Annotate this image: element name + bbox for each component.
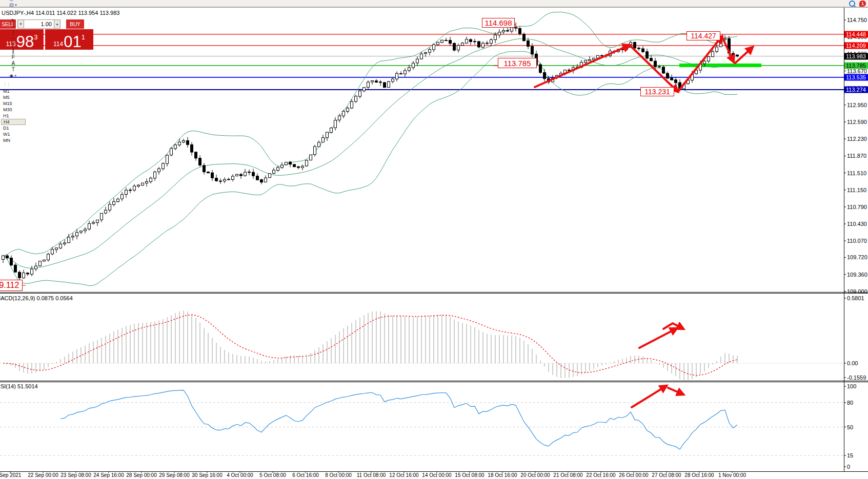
chart-window[interactable]: USDJPY-,H4 114.011 114.022 113.954 113.9…: [0, 0, 868, 479]
chart-canvas[interactable]: [0, 0, 868, 479]
candle-body: [6, 256, 9, 258]
price-tick-label: 110.790: [847, 204, 867, 210]
buy-price-display[interactable]: 114 01 1: [45, 29, 93, 50]
time-tick-label: 15 Oct 08:00: [455, 472, 484, 478]
timeframe-w1[interactable]: W1: [1, 131, 26, 137]
rsi-scale-label: 15: [847, 452, 853, 459]
candle-body: [703, 61, 706, 64]
candle-body: [638, 48, 640, 49]
candle-body: [408, 68, 411, 71]
fibonacci-button[interactable]: F: [1, 54, 26, 60]
search-button[interactable]: [848, 1, 856, 7]
candle-body: [650, 58, 653, 61]
templates-icon: ▧: [9, 3, 14, 8]
notification-badge[interactable]: 1: [859, 1, 866, 7]
crosshair-button[interactable]: +: [1, 24, 26, 30]
time-tick-label: 12 Oct 16:00: [389, 472, 418, 478]
main-toolbar: ⋮⋮⊞新订单◆▦◉▶自动交易⋮⋮║◫╱⋮⋮⊕⊖▣⋮⋮⇥⇤⋮⋮+▼◷▼▧▼⋮⋮↖+…: [0, 0, 868, 7]
candle-body: [416, 59, 419, 63]
swing-low-label[interactable]: 113.231: [640, 87, 674, 96]
time-tick-label: 26 Oct 00:00: [619, 472, 648, 478]
bollinger-band-line: [3, 51, 737, 286]
candle-body: [420, 54, 423, 59]
macd-scale-label: -0.1559: [847, 374, 866, 381]
candle-body: [2, 256, 5, 259]
candle-body: [178, 142, 181, 145]
timeframe-m30[interactable]: M30: [1, 107, 26, 113]
sell-price-sup: 3: [34, 34, 37, 40]
candle-body: [80, 231, 83, 233]
candle-body: [224, 179, 226, 181]
price-badge: 113.785: [844, 62, 868, 69]
candle-body: [625, 48, 628, 49]
candle-body: [347, 108, 349, 112]
rsi-indicator-label: RSI(14) 51.5014: [0, 383, 38, 389]
rsi-line: [60, 390, 737, 449]
shapes-button[interactable]: ◈▼: [1, 73, 26, 79]
templates-button[interactable]: ▧▼: [1, 2, 26, 8]
candle-body: [297, 166, 300, 168]
price-tick-label: 112.590: [847, 119, 867, 125]
candle-body: [433, 45, 435, 50]
time-tick-label: 22 Sep 00:00: [28, 472, 58, 478]
label-button[interactable]: T: [1, 67, 26, 73]
candle-body: [88, 224, 91, 230]
candle-body: [342, 111, 345, 116]
candle-body: [211, 173, 214, 178]
candle-body: [109, 204, 111, 210]
candle-body: [256, 176, 259, 180]
peak-label[interactable]: 114.427: [687, 31, 720, 40]
candle-body: [170, 149, 173, 155]
timeframe-mn[interactable]: MN: [1, 137, 26, 143]
periods-icon: ◷: [9, 0, 14, 2]
price-badge: 113.274: [844, 86, 868, 93]
time-tick-label: 23 Sep 08:00: [60, 472, 91, 478]
trendline-button[interactable]: ╱: [1, 42, 26, 48]
time-tick-label: 5 Oct 08:00: [259, 472, 286, 478]
shapes-button-dropdown-icon[interactable]: ▼: [14, 74, 17, 77]
candle-body: [293, 164, 296, 167]
candle-body: [240, 174, 243, 176]
crosshair-icon: +: [12, 24, 15, 29]
channel-button[interactable]: ∥: [1, 48, 26, 54]
text-button[interactable]: A: [1, 60, 26, 67]
candle-body: [228, 179, 230, 180]
left-low-label[interactable]: 109.112: [0, 280, 23, 291]
periods-button-dropdown-icon[interactable]: ▼: [14, 0, 17, 1]
timeframe-h4[interactable]: H4: [1, 119, 26, 125]
candle-body: [121, 195, 124, 199]
candle-body: [265, 178, 267, 182]
templates-button-dropdown-icon[interactable]: ▼: [14, 4, 17, 7]
swing-high-label[interactable]: 114.698: [482, 18, 515, 28]
time-tick-label: Sep 2021: [0, 472, 21, 478]
search-icon: [849, 1, 855, 7]
horizontal-line-button[interactable]: ─: [1, 36, 26, 42]
buy-button[interactable]: BUY: [66, 19, 84, 29]
candle-body: [716, 47, 718, 52]
toolbar-grip: ⋮⋮: [3, 11, 10, 16]
candle-body: [539, 65, 542, 73]
timeframe-h1[interactable]: H1: [1, 113, 26, 119]
support-label[interactable]: 113.785: [498, 58, 537, 68]
price-tick-label: 111.150: [847, 187, 866, 193]
timeframe-m1[interactable]: M1: [1, 88, 26, 94]
cursor-button[interactable]: ↖: [1, 17, 26, 24]
candle-body: [334, 120, 337, 128]
candle-body: [736, 55, 739, 56]
timeframe-m5[interactable]: M5: [1, 94, 26, 100]
candle-body: [498, 32, 501, 35]
candle-body: [642, 49, 644, 52]
candle-body: [207, 172, 210, 173]
candle-body: [482, 43, 485, 47]
buy-price-sup: 1: [82, 34, 85, 40]
volume-increase-button[interactable]: ▴: [54, 19, 60, 29]
candle-body: [248, 172, 251, 172]
vertical-line-button[interactable]: │: [1, 30, 26, 36]
timeframe-m15[interactable]: M15: [1, 100, 26, 107]
candle-body: [219, 181, 222, 181]
volume-input[interactable]: [24, 19, 54, 29]
timeframe-d1[interactable]: D1: [1, 125, 26, 131]
candle-body: [646, 52, 649, 58]
candle-body: [359, 91, 361, 96]
candle-body: [187, 140, 189, 144]
